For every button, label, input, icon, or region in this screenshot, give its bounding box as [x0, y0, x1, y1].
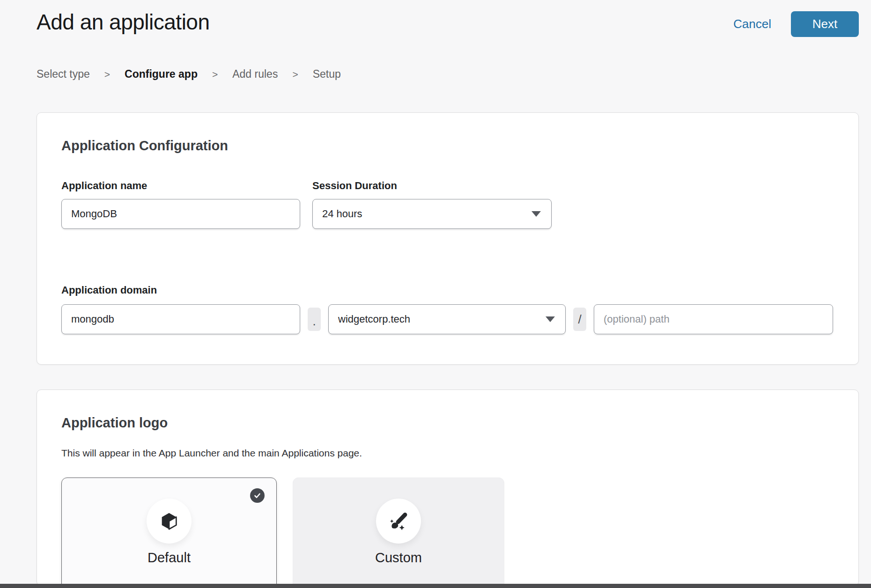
- domain-select[interactable]: widgetcorp.tech: [328, 304, 566, 334]
- session-duration-value: 24 hours: [322, 208, 362, 220]
- breadcrumb-separator: >: [292, 69, 298, 80]
- session-duration-label: Session Duration: [312, 180, 552, 192]
- step-select-type[interactable]: Select type: [37, 68, 90, 81]
- application-configuration-card: Application Configuration Application na…: [37, 112, 859, 365]
- name-session-row: Application name Session Duration 24 hou…: [61, 180, 834, 229]
- logo-option-default[interactable]: Default: [61, 478, 277, 586]
- breadcrumb: Select type > Configure app > Add rules …: [37, 68, 859, 81]
- path-input[interactable]: [594, 304, 833, 334]
- session-duration-select[interactable]: 24 hours: [312, 199, 552, 229]
- domain-value: widgetcorp.tech: [338, 313, 410, 325]
- window-bottom-edge: [0, 584, 871, 588]
- application-logo-description: This will appear in the App Launcher and…: [61, 448, 834, 459]
- page-title: Add an application: [37, 9, 210, 35]
- paintbrush-sparkles-icon: [376, 499, 421, 544]
- header-actions: Cancel Next: [733, 9, 859, 37]
- application-name-label: Application name: [61, 180, 300, 192]
- dot-separator: .: [308, 308, 321, 331]
- breadcrumb-separator: >: [104, 69, 110, 80]
- logo-option-label: Custom: [375, 550, 422, 566]
- cube-icon: [147, 499, 192, 544]
- cancel-button[interactable]: Cancel: [733, 17, 771, 31]
- application-logo-heading: Application logo: [61, 415, 834, 431]
- application-configuration-heading: Application Configuration: [61, 138, 834, 154]
- selected-check-icon: [250, 488, 265, 503]
- page-header: Add an application Cancel Next: [37, 0, 859, 37]
- next-button[interactable]: Next: [791, 11, 859, 37]
- logo-option-custom[interactable]: Custom: [293, 478, 504, 586]
- application-name-input[interactable]: [61, 199, 300, 229]
- add-application-page: Add an application Cancel Next Select ty…: [0, 0, 871, 586]
- subdomain-input[interactable]: [61, 304, 300, 334]
- step-add-rules[interactable]: Add rules: [232, 68, 278, 81]
- chevron-down-icon: [531, 211, 541, 217]
- session-duration-field: Session Duration 24 hours: [312, 180, 552, 229]
- step-setup[interactable]: Setup: [313, 68, 341, 81]
- application-domain-row: . widgetcorp.tech /: [61, 304, 834, 334]
- application-domain-label: Application domain: [61, 284, 834, 296]
- chevron-down-icon: [546, 316, 555, 322]
- logo-option-label: Default: [148, 550, 191, 566]
- slash-separator: /: [573, 308, 586, 331]
- breadcrumb-separator: >: [212, 69, 218, 80]
- step-configure-app[interactable]: Configure app: [125, 68, 198, 81]
- logo-options: Default Custom: [61, 478, 834, 586]
- application-logo-card: Application logo This will appear in the…: [37, 390, 859, 586]
- application-name-field: Application name: [61, 180, 300, 229]
